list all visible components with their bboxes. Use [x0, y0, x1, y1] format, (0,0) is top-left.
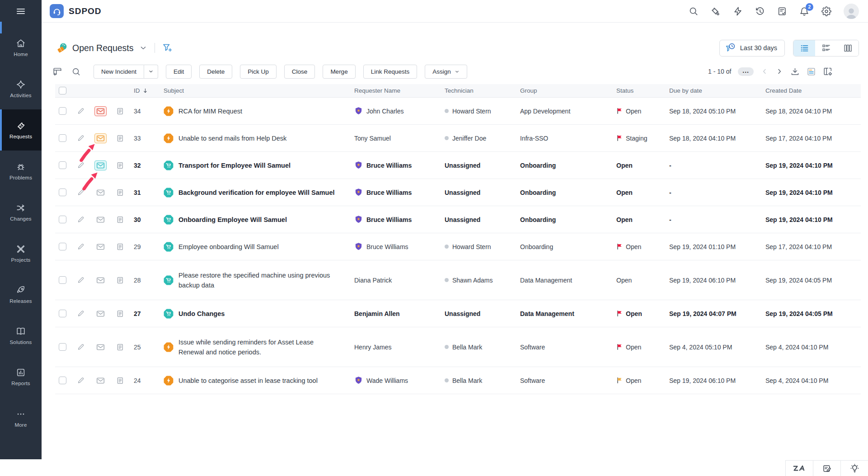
worklog-notes-icon[interactable] — [110, 276, 130, 284]
requester-name[interactable]: Benjamin Allen — [354, 310, 400, 317]
mail-icon-row-29[interactable] — [91, 243, 110, 250]
edit-request-icon[interactable] — [71, 216, 91, 223]
worklog-notes-icon[interactable] — [110, 310, 130, 318]
request-id[interactable]: 31 — [130, 189, 159, 196]
sidebar-item-problems[interactable]: Problems — [0, 151, 42, 192]
card-view-button[interactable] — [815, 40, 837, 56]
column-header-technician[interactable]: Technician — [439, 87, 515, 94]
column-header-id[interactable]: ID — [130, 87, 159, 94]
search-list-icon[interactable] — [71, 67, 81, 76]
sidebar-item-requests[interactable]: Requests — [0, 109, 42, 151]
row-checkbox[interactable] — [59, 134, 66, 142]
request-row-24[interactable]: 24Unable to categorise asset in lease tr… — [55, 367, 861, 394]
column-view-button[interactable] — [837, 40, 859, 56]
worklog-notes-icon[interactable] — [110, 189, 130, 197]
request-row-28[interactable]: 28Please restore the specified machine u… — [55, 260, 861, 300]
time-filter-button[interactable]: Last 30 days — [719, 40, 785, 57]
request-subject[interactable]: Undo Changes — [178, 309, 225, 319]
list-view-button[interactable] — [793, 40, 815, 56]
add-filter-icon[interactable] — [162, 42, 173, 53]
technician-name[interactable]: Howard Stern — [452, 108, 491, 115]
search-icon[interactable] — [689, 6, 699, 16]
request-subject[interactable]: Issue while sending reminders for Asset … — [178, 337, 338, 357]
pickup-button[interactable]: Pick Up — [240, 65, 277, 79]
column-header-group[interactable]: Group — [515, 87, 611, 94]
mail-icon-row-32[interactable] — [91, 160, 110, 170]
request-row-27[interactable]: 27Undo ChangesBenjamin AllenUnassignedDa… — [55, 300, 861, 327]
requester-name[interactable]: John Charles — [366, 108, 404, 115]
technician-name[interactable]: Unassigned — [445, 216, 480, 223]
column-header-created[interactable]: Created Date — [760, 87, 861, 94]
request-subject[interactable]: Unable to send mails from Help Desk — [178, 133, 286, 143]
zap-icon[interactable] — [733, 6, 743, 16]
technician-name[interactable]: Bella Mark — [452, 344, 482, 351]
history-icon[interactable] — [755, 6, 765, 16]
export-download-icon[interactable] — [790, 67, 800, 76]
row-checkbox[interactable] — [59, 216, 66, 223]
sidebar-item-home[interactable]: Home — [0, 27, 42, 68]
edit-request-icon[interactable] — [71, 107, 91, 115]
mail-icon-row-34[interactable] — [91, 106, 110, 116]
sidebar-item-solutions[interactable]: Solutions — [0, 315, 42, 356]
mail-icon-row-24[interactable] — [91, 377, 110, 384]
assign-button[interactable]: Assign — [425, 65, 467, 79]
notifications-icon[interactable]: 2 — [799, 6, 809, 16]
new-incident-dropdown-button[interactable] — [144, 65, 158, 79]
requester-name[interactable]: Wade Williams — [366, 377, 408, 384]
task-check-icon[interactable] — [777, 6, 787, 16]
request-id[interactable]: 33 — [130, 135, 159, 142]
worklog-notes-icon[interactable] — [110, 216, 130, 224]
worklog-notes-icon[interactable] — [110, 243, 130, 251]
mail-icon-row-31[interactable] — [91, 189, 110, 196]
request-subject[interactable]: RCA for MIM Request — [178, 106, 242, 116]
edit-button[interactable]: Edit — [166, 65, 192, 79]
request-row-25[interactable]: 25Issue while sending reminders for Asse… — [55, 327, 861, 367]
request-subject[interactable]: Onboarding Employee Will Samuel — [178, 215, 287, 225]
sidebar-item-reports[interactable]: Reports — [0, 356, 42, 397]
new-incident-button[interactable]: New Incident — [94, 65, 144, 79]
row-checkbox[interactable] — [59, 243, 66, 250]
merge-button[interactable]: Merge — [323, 65, 355, 79]
technician-name[interactable]: Shawn Adams — [452, 277, 493, 284]
close-button[interactable]: Close — [284, 65, 315, 79]
edit-request-icon[interactable] — [71, 189, 91, 196]
row-checkbox[interactable] — [59, 276, 66, 284]
previous-page-icon[interactable] — [760, 67, 769, 75]
worklog-notes-icon[interactable] — [110, 107, 130, 115]
technician-name[interactable]: Howard Stern — [452, 243, 491, 250]
column-header-status[interactable]: Status — [611, 87, 664, 94]
mail-icon-row-28[interactable] — [91, 277, 110, 284]
worklog-notes-icon[interactable] — [110, 134, 130, 142]
edit-request-icon[interactable] — [71, 161, 91, 169]
row-checkbox[interactable] — [59, 107, 66, 115]
row-checkbox[interactable] — [59, 189, 66, 196]
request-row-30[interactable]: 30Onboarding Employee Will SamuelBruce W… — [55, 206, 861, 233]
delete-button[interactable]: Delete — [199, 65, 232, 79]
zia-icon[interactable] — [785, 461, 813, 476]
bulb-icon[interactable] — [840, 461, 868, 476]
requester-name[interactable]: Tony Samuel — [354, 135, 391, 142]
request-id[interactable]: 32 — [130, 162, 159, 169]
technician-name[interactable]: Unassigned — [445, 162, 480, 169]
board-add-icon[interactable] — [52, 66, 62, 76]
settings-icon[interactable] — [821, 6, 831, 16]
add-request-icon[interactable] — [711, 6, 721, 16]
column-header-subject[interactable]: Subject — [159, 87, 349, 94]
worklog-notes-icon[interactable] — [110, 377, 130, 385]
row-checkbox[interactable] — [59, 161, 66, 169]
requester-name[interactable]: Bruce Williams — [366, 216, 412, 223]
compose-icon[interactable] — [813, 461, 840, 476]
request-row-31[interactable]: 31Background verification for employee W… — [55, 179, 861, 206]
select-all-checkbox[interactable] — [59, 87, 66, 94]
request-subject[interactable]: Transport for Employee Will Samuel — [178, 160, 291, 170]
edit-request-icon[interactable] — [71, 276, 91, 284]
summary-view-icon[interactable] — [807, 67, 816, 76]
edit-request-icon[interactable] — [71, 134, 91, 142]
technician-name[interactable]: Unassigned — [445, 189, 480, 196]
view-selector-chevron-icon[interactable] — [139, 44, 147, 52]
sidebar-item-changes[interactable]: Changes — [0, 192, 42, 233]
request-row-29[interactable]: 29Employee onboarding Will SamuelBruce W… — [55, 233, 861, 260]
request-id[interactable]: 30 — [130, 216, 159, 223]
column-header-requester[interactable]: Requester Name — [349, 87, 439, 94]
request-id[interactable]: 29 — [130, 243, 159, 250]
